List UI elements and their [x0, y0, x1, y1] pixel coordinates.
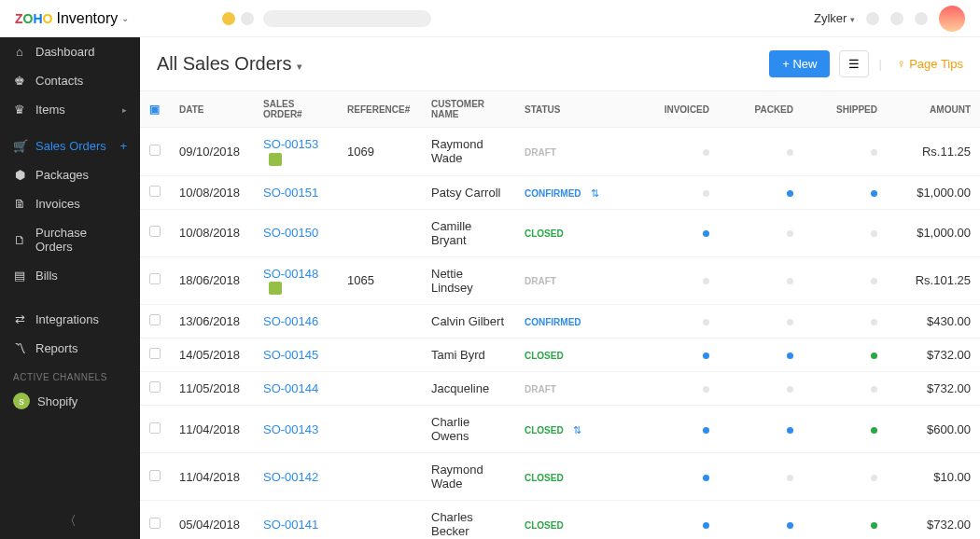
table-row[interactable]: 11/04/2018SO-00143Charlie OwensCLOSED⇅$6…: [140, 406, 980, 453]
col-select[interactable]: ▣: [140, 91, 170, 128]
row-checkbox[interactable]: [149, 226, 161, 237]
sidebar-item-dashboard[interactable]: ⌂Dashboard: [0, 37, 140, 66]
sales-order-link[interactable]: SO-00144: [263, 381, 318, 395]
row-checkbox[interactable]: [149, 348, 161, 359]
cell-date: 11/05/2018: [170, 372, 254, 406]
chevron-down-icon: ⌄: [121, 13, 129, 23]
sales-order-link[interactable]: SO-00148: [263, 267, 318, 281]
channel-shopify[interactable]: s Shopify: [0, 386, 140, 416]
packed-dot: [787, 149, 793, 156]
sidebar-item-packages[interactable]: ⬢Packages: [0, 160, 140, 189]
packed-dot: [787, 427, 793, 434]
top-dot-3[interactable]: [915, 12, 928, 25]
row-checkbox[interactable]: [149, 422, 161, 434]
status-badge: CONFIRMED: [525, 188, 581, 199]
brand[interactable]: ZOHO Inventory ⌄: [15, 10, 129, 27]
table-row[interactable]: 05/04/2018SO-00141Charles BeckerCLOSED$7…: [140, 501, 980, 539]
packed-dot: [787, 522, 793, 529]
row-checkbox[interactable]: [149, 186, 161, 197]
invoiced-dot: [703, 352, 709, 359]
table-row[interactable]: 14/05/2018SO-00145Tami ByrdCLOSED$732.00: [140, 339, 980, 372]
cell-customer: Raymond Wade: [422, 453, 515, 501]
bills-icon: ▤: [13, 269, 26, 283]
table-row[interactable]: 13/06/2018SO-00146Calvin GilbertCONFIRME…: [140, 305, 980, 339]
org-switcher[interactable]: Zylker ▾: [814, 11, 855, 25]
page-header: All Sales Orders ▾ + New ☰ | ♀ Page Tips: [140, 37, 980, 90]
sales-order-link[interactable]: SO-00150: [263, 226, 318, 240]
table-row[interactable]: 11/04/2018SO-00142Raymond WadeCLOSED$10.…: [140, 453, 980, 501]
col-sales-order[interactable]: SALES ORDER#: [254, 91, 338, 128]
invoiced-dot: [703, 278, 709, 284]
col-invoiced[interactable]: INVOICED: [635, 91, 719, 128]
sales-order-link[interactable]: SO-00145: [263, 348, 318, 362]
bulb-icon: ♀: [897, 57, 906, 71]
list-view-button[interactable]: ☰: [839, 50, 869, 77]
row-checkbox[interactable]: [149, 145, 161, 156]
sales-order-link[interactable]: SO-00153: [263, 137, 318, 151]
shipped-dot: [871, 475, 877, 481]
shipped-dot: [871, 278, 877, 284]
chevron-left-icon: 〈: [63, 513, 77, 528]
cell-reference: [338, 339, 422, 372]
table-row[interactable]: 10/08/2018SO-00151Patsy CarrollCONFIRMED…: [140, 175, 980, 209]
top-dot-2[interactable]: [890, 12, 903, 25]
sales-order-link[interactable]: SO-00142: [263, 470, 318, 484]
home-icon: ⌂: [13, 45, 26, 59]
sidebar-item-sales-orders[interactable]: 🛒Sales Orders+: [0, 131, 140, 160]
main: All Sales Orders ▾ + New ☰ | ♀ Page Tips: [140, 37, 980, 539]
sidebar-item-label: Integrations: [35, 312, 99, 326]
col-packed[interactable]: PACKED: [719, 91, 803, 128]
new-button[interactable]: + New: [769, 50, 830, 77]
avatar[interactable]: [939, 6, 965, 32]
sales-order-link[interactable]: SO-00151: [263, 186, 318, 200]
top-dot-1[interactable]: [866, 12, 879, 25]
sidebar-item-purchase-orders[interactable]: 🗋Purchase Orders: [0, 218, 140, 261]
col-date[interactable]: DATE: [170, 91, 254, 128]
status-badge: DRAFT: [525, 384, 556, 394]
col-amount[interactable]: AMOUNT: [887, 91, 980, 128]
cell-amount: $600.00: [887, 406, 980, 453]
page-title-dropdown[interactable]: All Sales Orders ▾: [157, 53, 302, 75]
cell-date: 09/10/2018: [170, 128, 254, 176]
search-input[interactable]: [263, 10, 431, 27]
cell-customer: Charles Becker: [422, 501, 515, 539]
status-badge: CLOSED: [525, 473, 564, 483]
sidebar-item-integrations[interactable]: ⇄Integrations: [0, 305, 140, 334]
col-reference[interactable]: REFERENCE#: [338, 91, 422, 128]
sidebar-item-items[interactable]: ♛Items▸: [0, 95, 140, 124]
plus-icon[interactable]: +: [119, 139, 127, 153]
row-checkbox[interactable]: [149, 381, 161, 393]
shopify-icon: s: [13, 393, 30, 409]
shipped-dot: [871, 522, 877, 529]
status-badge: CLOSED: [525, 228, 564, 239]
col-customer[interactable]: CUSTOMER NAME: [422, 91, 515, 128]
row-checkbox[interactable]: [149, 273, 161, 284]
col-shipped[interactable]: SHIPPED: [803, 91, 887, 128]
cell-amount: $1,000.00: [887, 209, 980, 256]
row-checkbox[interactable]: [149, 314, 161, 325]
sales-order-link[interactable]: SO-00146: [263, 314, 318, 328]
cell-reference: [338, 305, 422, 339]
sidebar-item-reports[interactable]: 〽Reports: [0, 334, 140, 363]
status-badge: CLOSED: [525, 520, 564, 531]
cell-date: 14/05/2018: [170, 339, 254, 372]
sidebar-collapse[interactable]: 〈: [0, 513, 140, 530]
sales-order-link[interactable]: SO-00141: [263, 518, 318, 532]
page-tips-link[interactable]: ♀ Page Tips: [897, 57, 963, 71]
plus-icon: +: [782, 57, 790, 71]
row-checkbox[interactable]: [149, 518, 161, 529]
invoiced-dot: [703, 427, 709, 434]
table-row[interactable]: 09/10/2018SO-001531069Raymond WadeDRAFTR…: [140, 128, 980, 176]
col-status[interactable]: STATUS: [515, 91, 635, 128]
sales-order-link[interactable]: SO-00143: [263, 422, 318, 436]
cell-amount: $732.00: [887, 339, 980, 372]
sidebar-item-contacts[interactable]: ♚Contacts: [0, 66, 140, 95]
flag-icon: ⇅: [591, 187, 599, 199]
row-checkbox[interactable]: [149, 470, 161, 481]
table-row[interactable]: 11/05/2018SO-00144JacquelineDRAFT$732.00: [140, 372, 980, 406]
table-row[interactable]: 18/06/2018SO-001481065Nettie LindseyDRAF…: [140, 256, 980, 305]
sidebar-item-bills[interactable]: ▤Bills: [0, 261, 140, 290]
sidebar-item-invoices[interactable]: 🗎Invoices: [0, 189, 140, 218]
table-row[interactable]: 10/08/2018SO-00150Camille BryantCLOSED$1…: [140, 209, 980, 256]
reports-icon: 〽: [13, 341, 26, 355]
